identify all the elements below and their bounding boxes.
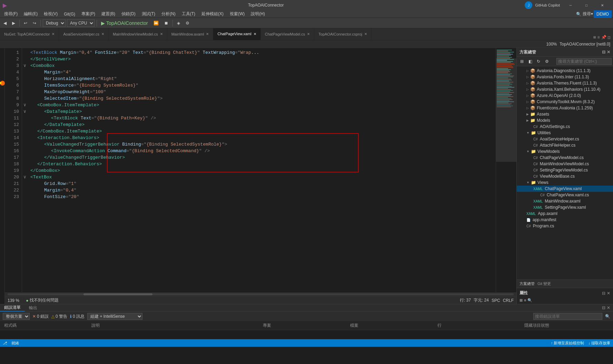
sidebar-tab-solution[interactable]: 方案總管 bbox=[520, 281, 535, 286]
menu-view[interactable]: 檢視(V) bbox=[41, 10, 60, 18]
tab-aoai-service-close[interactable]: ✕ bbox=[101, 32, 104, 36]
undo-button[interactable]: ↩ bbox=[22, 19, 29, 27]
tree-file-settingpageview[interactable]: XAML SettingPageView.xaml bbox=[517, 204, 613, 210]
scrollbar-thumb[interactable] bbox=[83, 293, 152, 295]
code-editor[interactable]: <TextBlock Margin="0,4" FontSize="20" Te… bbox=[28, 48, 496, 292]
tree-file-chatpageview-cs[interactable]: C# ChatPageView.xaml.cs bbox=[517, 192, 613, 198]
search-label[interactable]: 搜尋▾ bbox=[583, 11, 593, 17]
tree-file-chatpagevm[interactable]: C# ChatPageViewModel.cs bbox=[517, 155, 613, 161]
fold-10[interactable]: ∨ bbox=[22, 108, 28, 115]
platform-select[interactable]: Any CPU bbox=[67, 19, 95, 27]
sidebar-pin-icon[interactable]: ⊟ bbox=[602, 50, 605, 55]
tree-file-attachfile[interactable]: C# AttachFileHelper.cs bbox=[517, 142, 613, 148]
message-count-badge[interactable]: ℹ 0 訊息 bbox=[70, 314, 85, 319]
menu-debug[interactable]: 偵錯(D) bbox=[119, 10, 138, 18]
menu-extensions[interactable]: 延伸模組(X) bbox=[199, 10, 226, 18]
solution-search-input[interactable] bbox=[556, 58, 612, 65]
tree-folder-assets[interactable]: ▶ 📁 Assets bbox=[517, 111, 613, 117]
tab-csproj-close[interactable]: ✕ bbox=[364, 32, 367, 36]
tab-nuget-close[interactable]: ✕ bbox=[52, 32, 55, 36]
tree-file-aoaisettings[interactable]: C# AOAISettings.cs bbox=[517, 124, 613, 130]
menu-test[interactable]: 測試(T) bbox=[139, 10, 158, 18]
settings-button[interactable]: ⚙ bbox=[184, 19, 191, 27]
tree-file-program[interactable]: C# Program.cs bbox=[517, 223, 613, 229]
tab-mainwindow-close[interactable]: ✕ bbox=[206, 32, 209, 36]
fold-9[interactable]: ∨ bbox=[22, 102, 28, 108]
tree-folder-models[interactable]: ▶ 📁 Models bbox=[517, 117, 613, 124]
close-button[interactable]: ✕ bbox=[594, 0, 610, 10]
menu-analyze[interactable]: 分析(N) bbox=[159, 10, 178, 18]
prop-search-icon[interactable]: 🔍 bbox=[527, 298, 532, 303]
add-to-source-control[interactable]: ↑ 新增至原始檔控制 bbox=[551, 341, 584, 346]
tree-package-fonts[interactable]: ▷ 📦 Avalonia.Fonts.Inter (11.1.3) bbox=[517, 74, 613, 80]
menu-search[interactable]: 搜尋(F) bbox=[1, 10, 20, 18]
editor-controls-icon[interactable]: ⊞ bbox=[593, 35, 596, 40]
stop-button[interactable]: ⏹ bbox=[162, 19, 170, 27]
tree-package-themes[interactable]: ▷ 📦 Avalonia.Themes.Fluent (11.1.3) bbox=[517, 80, 613, 86]
tree-file-mainwindowvm[interactable]: C# MainWindowViewModel.cs bbox=[517, 161, 613, 167]
tree-file-appmanifest[interactable]: 📄 app.manifest bbox=[517, 217, 613, 223]
sidebar-tab-git[interactable]: Git 變更 bbox=[537, 281, 551, 286]
menu-build[interactable]: 建置(B) bbox=[99, 10, 118, 18]
menu-tools[interactable]: 工具(T) bbox=[179, 10, 198, 18]
tree-package-fluent[interactable]: ▷ 📦 FluentIcons.Avalonia (1.1.259) bbox=[517, 105, 613, 111]
bottom-panel-close[interactable]: ✕ bbox=[607, 305, 610, 310]
tab-aoai-service[interactable]: AoaiServiceHelper.cs ✕ bbox=[59, 28, 109, 40]
sidebar-close-icon[interactable]: ✕ bbox=[607, 50, 610, 55]
error-count-badge[interactable]: ✕ 0 錯誤 bbox=[32, 314, 49, 319]
tree-package-community[interactable]: ▷ 📦 CommunityToolkit.Mvvm (8.3.2) bbox=[517, 99, 613, 105]
attach-debugger-button[interactable]: ⏩ bbox=[151, 19, 161, 27]
tree-package-diagnostics[interactable]: ▷ 📦 Avalonia.Diagnostics (11.1.3) bbox=[517, 68, 613, 74]
properties-pin-icon[interactable]: ⊟ bbox=[602, 291, 605, 296]
tab-chatpageview[interactable]: ChatPageView.xaml ✕ bbox=[213, 28, 260, 40]
editor-pin-icon[interactable]: 📌 bbox=[601, 35, 606, 40]
error-search-input[interactable] bbox=[533, 313, 602, 320]
refresh-button[interactable]: ↻ bbox=[535, 58, 542, 65]
extra-button[interactable]: ◈ bbox=[175, 19, 182, 27]
debug-config-select[interactable]: Debug bbox=[43, 19, 66, 27]
bottom-tab-output[interactable]: 輸出 bbox=[25, 304, 41, 312]
maximize-button[interactable]: □ bbox=[579, 0, 594, 10]
bottom-panel-pin[interactable]: ⊟ bbox=[602, 305, 605, 310]
tree-file-chatpageview[interactable]: XAML ChatPageView.xaml bbox=[517, 186, 613, 192]
redo-button[interactable]: ↪ bbox=[31, 19, 38, 27]
tree-file-appaxaml[interactable]: XAML App.axaml bbox=[517, 210, 613, 217]
tree-file-viewmodelbase[interactable]: C# ViewModelBase.cs bbox=[517, 173, 613, 179]
fold-3[interactable]: ∨ bbox=[22, 62, 28, 69]
menu-git[interactable]: Git(G) bbox=[61, 10, 78, 18]
build-filter-select[interactable]: 組建 + IntelliSense bbox=[87, 313, 142, 320]
tab-mainwindow-vm-close[interactable]: ✕ bbox=[160, 32, 163, 36]
bottom-tab-errors[interactable]: 錯誤清單 bbox=[0, 304, 25, 312]
menu-edit[interactable]: 編輯(E) bbox=[21, 10, 40, 18]
tree-folder-viewmodels[interactable]: ▼ 📁 ViewModels bbox=[517, 148, 613, 155]
error-filter-select[interactable]: 整個方案 bbox=[3, 313, 30, 320]
tab-chatpageview-model-close[interactable]: ✕ bbox=[307, 32, 310, 36]
horizontal-scrollbar[interactable] bbox=[5, 292, 516, 296]
editor-extra-icon[interactable]: ◫ bbox=[608, 35, 610, 40]
tab-chatpageview-close[interactable]: ✕ bbox=[254, 32, 256, 36]
fold-20[interactable]: ∨ bbox=[22, 174, 28, 180]
menu-help[interactable]: 說明(H) bbox=[248, 10, 268, 18]
forward-button[interactable]: ▶ bbox=[10, 19, 17, 27]
menu-window[interactable]: 視窗(W) bbox=[227, 10, 247, 18]
tree-package-azure[interactable]: ▷ 📦 Azure.AI.OpenAI (2.0.0) bbox=[517, 92, 613, 99]
minimize-button[interactable]: ─ bbox=[563, 0, 579, 10]
tree-folder-utilities[interactable]: ▼ 📁 Utilities bbox=[517, 130, 613, 136]
collapse-all-button[interactable]: ⊞ bbox=[518, 58, 526, 65]
tree-file-aoaiservice[interactable]: C# AoaiServiceHelper.cs bbox=[517, 136, 613, 142]
tab-chatpageview-model[interactable]: ChatPageViewModel.cs ✕ bbox=[261, 28, 315, 40]
back-button[interactable]: ◀ bbox=[1, 19, 9, 27]
tab-mainwindow[interactable]: MainWindow.axaml ✕ bbox=[167, 28, 214, 40]
tab-nuget[interactable]: NuGet: TopAOAIConnector ✕ bbox=[0, 28, 59, 40]
properties-close-icon[interactable]: ✕ bbox=[607, 291, 610, 296]
prop-sort-icon[interactable]: ⊞ bbox=[520, 298, 523, 303]
tree-file-mainwindow[interactable]: XAML MainWindow.axaml bbox=[517, 198, 613, 204]
warning-count-badge[interactable]: △ 0 警告 bbox=[51, 314, 67, 319]
solution-properties-button[interactable]: ⚙ bbox=[543, 58, 551, 65]
fetch-repo[interactable]: ↓ 擷取存放庫 bbox=[588, 341, 610, 346]
user-avatar[interactable]: J bbox=[525, 1, 532, 9]
prop-filter-icon[interactable]: ≡ bbox=[524, 298, 526, 303]
zoom-status[interactable]: 139 % bbox=[8, 298, 19, 303]
tree-file-settingpagevm[interactable]: C# SettingPageViewModel.cs bbox=[517, 167, 613, 173]
run-button[interactable]: ▶ TopAOAIConnector bbox=[99, 20, 150, 27]
